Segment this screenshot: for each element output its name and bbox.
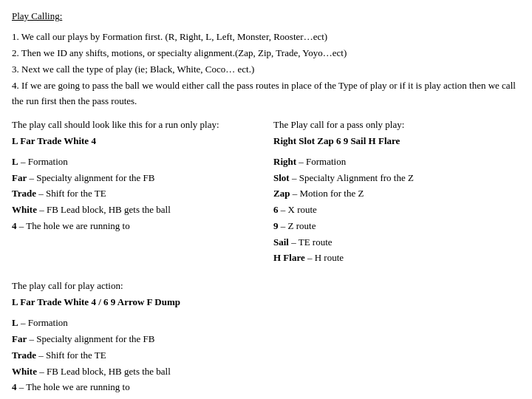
pass-term: 9 – Z route bbox=[273, 219, 520, 234]
run-term: Far – Specialty alignment for the FB bbox=[12, 171, 259, 186]
pass-label: The Play call for a pass only play: bbox=[273, 119, 520, 131]
play-action-label: The play call for play action: bbox=[12, 280, 520, 292]
point-3: 3. Next we call the type of play (ie; Bl… bbox=[12, 62, 520, 77]
page-title: Play Calling: bbox=[12, 10, 520, 22]
play-action-term-list: L – FormationFar – Specialty alignment f… bbox=[12, 316, 520, 399]
pass-section: The Play call for a pass only play: Righ… bbox=[266, 119, 520, 267]
point-2: 2. Then we ID any shifts, motions, or sp… bbox=[12, 46, 520, 61]
play-action-term: L – Formation bbox=[12, 316, 520, 331]
pass-term: Slot – Specialty Alignment fro the Z bbox=[273, 171, 520, 186]
pass-term: 6 – X route bbox=[273, 202, 520, 218]
play-action-section: The play call for play action: L Far Tra… bbox=[12, 280, 520, 399]
pass-term: Zap – Motion for the Z bbox=[273, 186, 520, 202]
run-title: L Far Trade White 4 bbox=[12, 135, 259, 147]
play-action-term: White – FB Lead block, HB gets the ball bbox=[12, 364, 520, 380]
run-section: The play call should look like this for … bbox=[12, 119, 266, 267]
point-1: 1. We call our plays by Formation first.… bbox=[12, 30, 520, 44]
pass-title: Right Slot Zap 6 9 Sail H Flare bbox=[273, 135, 520, 147]
run-term: L – Formation bbox=[12, 154, 259, 170]
point-4: 4. If we are going to pass the ball we w… bbox=[12, 78, 520, 108]
run-term: 4 – The hole we are running to bbox=[12, 219, 259, 234]
play-action-term: 4 – The hole we are running to bbox=[12, 380, 520, 395]
play-action-term: Trade – Shift for the TE bbox=[12, 348, 520, 364]
pass-term: H Flare – H route bbox=[273, 250, 520, 266]
numbered-list: 1. We call our plays by Formation first.… bbox=[12, 30, 520, 109]
play-action-term: 6 – X route bbox=[12, 396, 520, 399]
run-term-list: L – FormationFar – Specialty alignment f… bbox=[12, 154, 259, 234]
pass-term: Right – Formation bbox=[273, 154, 520, 170]
run-label: The play call should look like this for … bbox=[12, 119, 259, 131]
play-action-term: Far – Specialty alignment for the FB bbox=[12, 332, 520, 347]
play-action-title: L Far Trade White 4 / 6 9 Arrow F Dump bbox=[12, 296, 520, 308]
run-term: White – FB Lead block, HB gets the ball bbox=[12, 202, 259, 218]
two-column-section: The play call should look like this for … bbox=[12, 119, 520, 267]
pass-term: Sail – TE route bbox=[273, 235, 520, 250]
pass-term-list: Right – FormationSlot – Specialty Alignm… bbox=[273, 154, 520, 267]
run-term: Trade – Shift for the TE bbox=[12, 186, 259, 202]
